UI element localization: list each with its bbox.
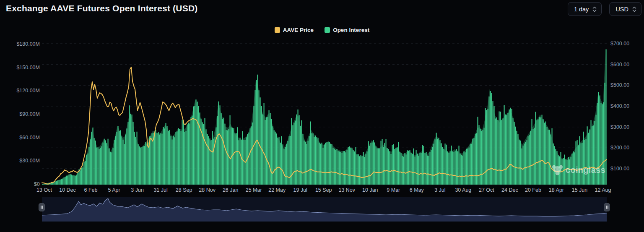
page: Exchange AAVE Futures Open Interest (USD…	[0, 0, 644, 232]
x-axis-label: 22 May	[268, 187, 286, 193]
x-axis-label: 27 Oct	[479, 187, 494, 193]
y-axis-label-left: $180.00M	[16, 41, 40, 47]
x-axis-label: 10 Dec	[59, 187, 76, 193]
currency-select-value: USD	[615, 6, 628, 13]
navigator-left-handle[interactable]	[39, 203, 45, 211]
x-axis-label: 31 Jul	[153, 187, 167, 193]
x-axis-label: 18 Apr	[549, 187, 564, 193]
x-axis-label: 13 Nov	[338, 187, 355, 193]
open-interest-swatch-icon	[325, 27, 330, 33]
y-axis-label-left: $90.00M	[19, 111, 40, 117]
x-axis-label: 3 Jul	[434, 187, 445, 193]
y-axis-label-right: $400.00	[610, 103, 629, 109]
legend-item-open-interest[interactable]: Open Interest	[325, 27, 369, 33]
y-axis-label-left: $120.00M	[16, 88, 40, 94]
y-axis-label-right: $700.00	[610, 41, 629, 47]
watermark: coinglass	[552, 164, 605, 175]
x-axis-label: 3 Jun	[131, 187, 144, 193]
y-axis-label-left: $60.00M	[19, 135, 40, 141]
updown-chevron-icon	[592, 6, 597, 12]
x-axis-label: 24 Dec	[501, 187, 518, 193]
x-axis-label: 12 Aug	[595, 187, 611, 193]
open-interest-bars	[42, 49, 607, 185]
x-axis-label: 25 Mar	[246, 187, 262, 193]
x-axis-label: 15 Jun	[572, 187, 588, 193]
y-axis-label-left: $150.00M	[16, 65, 40, 70]
legend-item-aave-price[interactable]: AAVE Price	[275, 27, 314, 33]
legend-label: Open Interest	[333, 27, 369, 33]
page-title: Exchange AAVE Futures Open Interest (USD…	[6, 3, 197, 13]
x-axis-label: 6 May	[410, 187, 424, 193]
x-axis-label: 5 Apr	[108, 187, 120, 193]
legend: AAVE Price Open Interest	[0, 27, 644, 33]
x-axis-label: 26 Jan	[223, 187, 239, 193]
y-axis-label-right: $300.00	[610, 124, 629, 130]
x-axis-label: 13 Oct	[36, 187, 52, 193]
x-axis-label: 28 Nov	[199, 187, 216, 193]
y-axis-label-left: $30.00M	[19, 158, 40, 164]
aave-price-swatch-icon	[275, 27, 280, 33]
interval-select[interactable]: 1 day	[568, 2, 602, 16]
watermark-text: coinglass	[566, 165, 605, 175]
x-axis-label: 15 Sep	[315, 187, 332, 193]
y-axis-label-right: $500.00	[610, 82, 629, 88]
x-axis-label: 28 Sep	[176, 187, 192, 193]
navigator-right-handle[interactable]	[604, 203, 610, 211]
chart-controls: 1 day USD	[568, 2, 641, 16]
chart-canvas[interactable]	[0, 0, 644, 232]
y-axis-label-right: $600.00	[610, 62, 629, 68]
interval-select-value: 1 day	[574, 6, 589, 13]
x-axis-label: 10 Jan	[362, 187, 378, 193]
x-axis-label: 30 Aug	[455, 187, 471, 193]
x-axis-label: 6 Feb	[84, 187, 98, 193]
y-axis-label-left: $0	[34, 181, 40, 187]
x-axis-label: 20 Feb	[525, 187, 541, 193]
x-axis-label: 19 Jul	[293, 187, 307, 193]
updown-chevron-icon	[632, 6, 636, 12]
y-axis-label-right: $200.00	[610, 145, 629, 151]
x-axis-label: 9 Mar	[387, 187, 400, 193]
coinglass-bull-icon	[552, 164, 563, 175]
legend-label: AAVE Price	[283, 27, 314, 33]
currency-select[interactable]: USD	[609, 2, 641, 16]
y-axis-label-right: $100.00	[610, 166, 629, 172]
